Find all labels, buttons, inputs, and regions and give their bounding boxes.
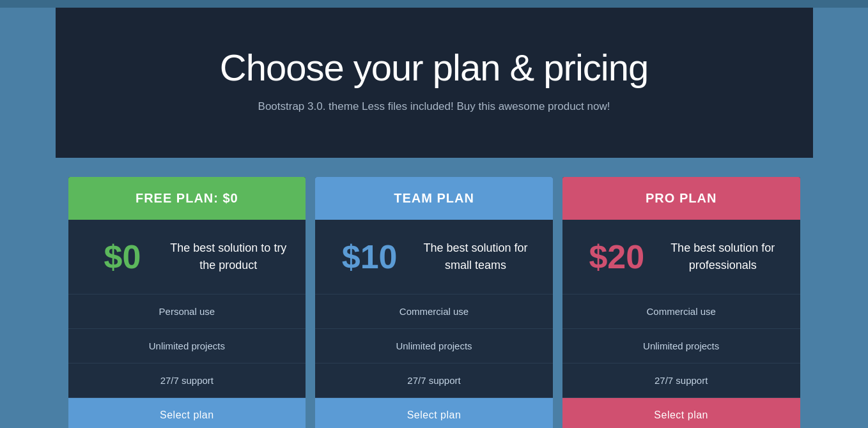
price-row-team: $10 The best solution for small teams: [315, 220, 553, 294]
plan-title-team: TEAM PLAN: [394, 191, 474, 205]
pricing-section: FREE PLAN: $0 $0 The best solution to tr…: [56, 158, 813, 428]
header-section: Choose your plan & pricing Bootstrap 3.0…: [56, 8, 813, 158]
features-list-free: Personal use Unlimited projects 27/7 sup…: [68, 294, 306, 398]
plan-header-free: FREE PLAN: $0: [68, 177, 306, 220]
price-row-free: $0 The best solution to try the product: [68, 220, 306, 294]
page-subtitle: Bootstrap 3.0. theme Less files included…: [81, 100, 787, 113]
price-description-team: The best solution for small teams: [411, 240, 540, 274]
feature-team-1: Commercial use: [315, 294, 553, 329]
select-plan-team-button[interactable]: Select plan: [315, 398, 553, 428]
features-list-team: Commercial use Unlimited projects 27/7 s…: [315, 294, 553, 398]
plan-header-team: TEAM PLAN: [315, 177, 553, 220]
features-list-pro: Commercial use Unlimited projects 27/7 s…: [562, 294, 800, 398]
plan-card-pro: PRO PLAN $20 The best solution for profe…: [562, 177, 800, 428]
feature-free-3: 27/7 support: [68, 363, 306, 398]
price-amount-free: $0: [81, 238, 164, 276]
price-row-pro: $20 The best solution for professionals: [562, 220, 800, 294]
price-amount-team: $10: [328, 238, 411, 276]
feature-free-1: Personal use: [68, 294, 306, 329]
feature-pro-1: Commercial use: [562, 294, 800, 329]
price-description-pro: The best solution for professionals: [658, 240, 787, 274]
select-plan-pro-button[interactable]: Select plan: [562, 398, 800, 428]
price-amount-pro: $20: [575, 238, 658, 276]
top-bar: [0, 0, 868, 8]
plan-card-free: FREE PLAN: $0 $0 The best solution to tr…: [68, 177, 306, 428]
select-plan-free-button[interactable]: Select plan: [68, 398, 306, 428]
feature-team-2: Unlimited projects: [315, 329, 553, 363]
plan-header-pro: PRO PLAN: [562, 177, 800, 220]
feature-pro-2: Unlimited projects: [562, 329, 800, 363]
plan-title-free: FREE PLAN: $0: [136, 191, 238, 205]
plan-card-team: TEAM PLAN $10 The best solution for smal…: [315, 177, 553, 428]
feature-team-3: 27/7 support: [315, 363, 553, 398]
feature-free-2: Unlimited projects: [68, 329, 306, 363]
feature-pro-3: 27/7 support: [562, 363, 800, 398]
price-description-free: The best solution to try the product: [164, 240, 293, 274]
page-title: Choose your plan & pricing: [81, 46, 787, 89]
plan-title-pro: PRO PLAN: [646, 191, 717, 205]
page-wrapper: Choose your plan & pricing Bootstrap 3.0…: [0, 0, 868, 428]
